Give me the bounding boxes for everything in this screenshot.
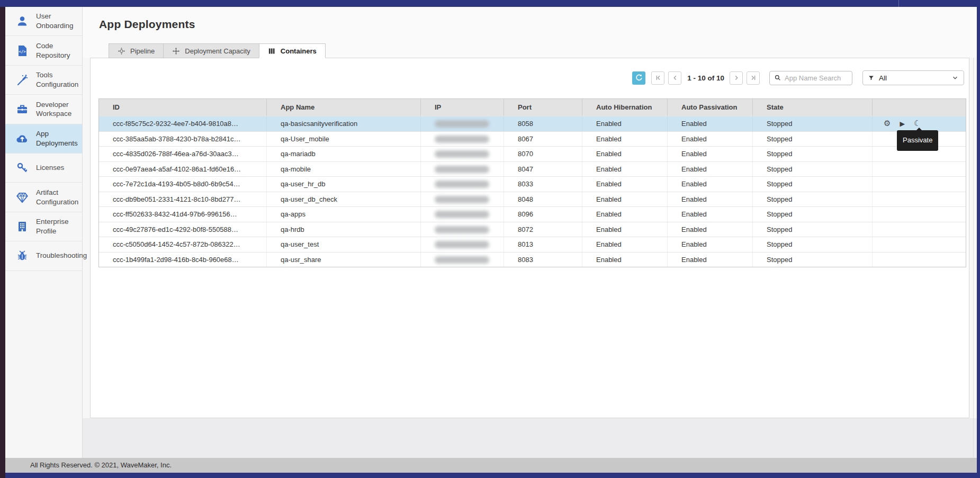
- column-header-ip[interactable]: IP: [420, 99, 504, 116]
- table-row[interactable]: ccc-385aa5ab-3788-4230-b78a-b2841c…qa-Us…: [99, 131, 966, 147]
- cell-app-name: qa-user_test: [266, 237, 420, 252]
- cell-auto-passivation: Enabled: [667, 147, 752, 161]
- row-actions-cell: ⚙▶☾Passivate: [872, 116, 966, 131]
- scrollbar-track[interactable]: [973, 44, 974, 458]
- sidebar-item-tools-configuration[interactable]: Tools Configuration: [5, 66, 82, 95]
- cell-app-name: qa-user_db_check: [266, 192, 420, 207]
- cell-app-name: qa-basicsanityverification: [266, 116, 420, 131]
- previous-page-icon: [671, 74, 679, 82]
- table-toolbar: 1 - 10 of 10: [632, 70, 964, 85]
- tab-containers[interactable]: Containers: [259, 43, 326, 58]
- cell-ip-redacted: [420, 132, 504, 147]
- containers-tab-panel: 1 - 10 of 10: [90, 58, 969, 418]
- passivate-tooltip: Passivate: [897, 130, 938, 151]
- redacted-ip-blur: [435, 241, 489, 248]
- redacted-ip-blur: [435, 136, 489, 143]
- sidebar-item-label: Enterprise Profile: [36, 217, 82, 236]
- sidebar-item-licenses[interactable]: Licenses: [5, 154, 82, 183]
- search-input[interactable]: [785, 74, 848, 82]
- row-actions-cell: [872, 192, 966, 207]
- settings-icon[interactable]: ⚙: [884, 120, 891, 128]
- sidebar-item-label: Troubleshooting: [36, 251, 87, 260]
- redacted-ip-blur: [435, 181, 489, 188]
- cell-port: 8072: [504, 222, 582, 237]
- tab-pipeline[interactable]: Pipeline: [109, 43, 163, 58]
- sidebar: User Onboarding </> Code Repository Tool…: [5, 7, 83, 458]
- column-header-auto-passivation[interactable]: Auto Passivation: [667, 99, 752, 116]
- redacted-ip-blur: [435, 196, 489, 203]
- cell-port: 8058: [504, 116, 582, 131]
- tab-label: Containers: [281, 47, 317, 55]
- sidebar-item-label: Code Repository: [36, 41, 82, 60]
- state-filter-select[interactable]: All: [862, 70, 964, 85]
- next-page-button[interactable]: [730, 71, 743, 85]
- search-icon: [774, 74, 781, 82]
- containers-icon: [268, 47, 276, 55]
- table-row[interactable]: ccc-0e97aea4-a5af-4102-86a1-fd60e16…qa-m…: [99, 161, 966, 177]
- cell-ip-redacted: [420, 192, 504, 207]
- cell-auto-hibernation: Enabled: [582, 192, 667, 207]
- column-header-auto-hibernation[interactable]: Auto Hibernation: [582, 99, 667, 116]
- cell-auto-hibernation: Enabled: [582, 116, 667, 131]
- table-row[interactable]: ccc-ff502633-8432-41d4-97b6-996156…qa-ap…: [99, 206, 966, 222]
- sidebar-item-troubleshooting[interactable]: Troubleshooting: [5, 241, 82, 270]
- table-row[interactable]: ccc-7e72c1da-4193-4b05-b8d0-6b9c54…qa-us…: [99, 176, 966, 192]
- sidebar-item-developer-workspace[interactable]: Developer Workspace: [5, 95, 82, 124]
- sidebar-item-enterprise-profile[interactable]: Enterprise Profile: [5, 212, 82, 241]
- cell-state: Stopped: [752, 162, 872, 177]
- column-header-app-name[interactable]: App Name: [266, 99, 420, 116]
- first-page-button[interactable]: [651, 71, 664, 85]
- start-icon[interactable]: ▶: [900, 121, 905, 128]
- refresh-button[interactable]: [632, 71, 645, 85]
- last-page-button[interactable]: [747, 71, 760, 85]
- tooltip-text: Passivate: [903, 136, 932, 144]
- sidebar-item-app-deployments[interactable]: App Deployments: [5, 124, 82, 154]
- sidebar-item-user-onboarding[interactable]: User Onboarding: [5, 7, 82, 36]
- last-page-icon: [750, 74, 757, 82]
- sidebar-item-artifact-configuration[interactable]: Artifact Configuration: [5, 183, 82, 212]
- sidebar-item-code-repository[interactable]: </> Code Repository: [5, 36, 82, 65]
- cell-auto-hibernation: Enabled: [582, 147, 667, 161]
- cell-ip-redacted: [420, 147, 504, 161]
- table-row[interactable]: ccc-c5050d64-1452-4c57-872b-086322…qa-us…: [99, 237, 966, 252]
- cell-id: ccc-385aa5ab-3788-4230-b78a-b2841c…: [99, 132, 266, 147]
- table-row[interactable]: ccc-49c27876-ed1c-4292-b0f8-550588…qa-hr…: [99, 222, 966, 237]
- cell-ip-redacted: [420, 237, 504, 252]
- column-header-state[interactable]: State: [752, 99, 872, 116]
- tab-deployment-capacity[interactable]: Deployment Capacity: [163, 43, 259, 58]
- cloud-upload-icon: [15, 132, 29, 146]
- cell-app-name: qa-mobile: [266, 162, 420, 177]
- table-row[interactable]: ccc-f85c75c2-9232-4ee7-b404-9810a8…qa-ba…: [99, 116, 966, 131]
- table-row[interactable]: ccc-db9be051-2331-4121-8c10-8bd277…qa-us…: [99, 192, 966, 207]
- redacted-ip-blur: [435, 211, 489, 218]
- filter-value: All: [879, 74, 951, 82]
- cell-port: 8083: [504, 252, 582, 267]
- row-actions-cell: [872, 252, 966, 267]
- cell-state: Stopped: [752, 132, 872, 147]
- row-actions-cell: [872, 177, 966, 192]
- previous-page-button[interactable]: [668, 71, 681, 85]
- row-actions-cell: [872, 162, 966, 177]
- cell-id: ccc-1b499fa1-2d98-416b-8c4b-960e68…: [99, 252, 266, 267]
- page-title: App Deployments: [99, 18, 195, 31]
- cell-auto-passivation: Enabled: [667, 192, 752, 207]
- key-icon: [15, 161, 29, 175]
- briefcase-icon: [15, 102, 29, 116]
- cell-state: Stopped: [752, 147, 872, 161]
- content-background: [83, 418, 977, 458]
- cell-id: ccc-c5050d64-1452-4c57-872b-086322…: [99, 237, 266, 252]
- table-row[interactable]: ccc-4835d026-788f-46ea-a76d-30aac3…qa-ma…: [99, 146, 966, 161]
- table-body: ccc-f85c75c2-9232-4ee7-b404-9810a8…qa-ba…: [99, 116, 966, 267]
- page-header: App Deployments Pipeline Deployment Capa…: [83, 7, 977, 58]
- passivate-icon[interactable]: ☾: [914, 120, 921, 128]
- cell-auto-hibernation: Enabled: [582, 132, 667, 147]
- table-header-row: ID App Name IP Port Auto Hibernation Aut…: [99, 99, 966, 116]
- column-header-port[interactable]: Port: [504, 99, 582, 116]
- redacted-ip-blur: [435, 166, 489, 173]
- cell-ip-redacted: [420, 116, 504, 131]
- footer: All Rights Reserved. © 2021, WaveMaker, …: [5, 458, 977, 473]
- sidebar-item-label: User Onboarding: [36, 12, 82, 31]
- column-header-id[interactable]: ID: [99, 99, 266, 116]
- table-row[interactable]: ccc-1b499fa1-2d98-416b-8c4b-960e68…qa-us…: [99, 252, 966, 267]
- filter-funnel-icon: [868, 75, 875, 82]
